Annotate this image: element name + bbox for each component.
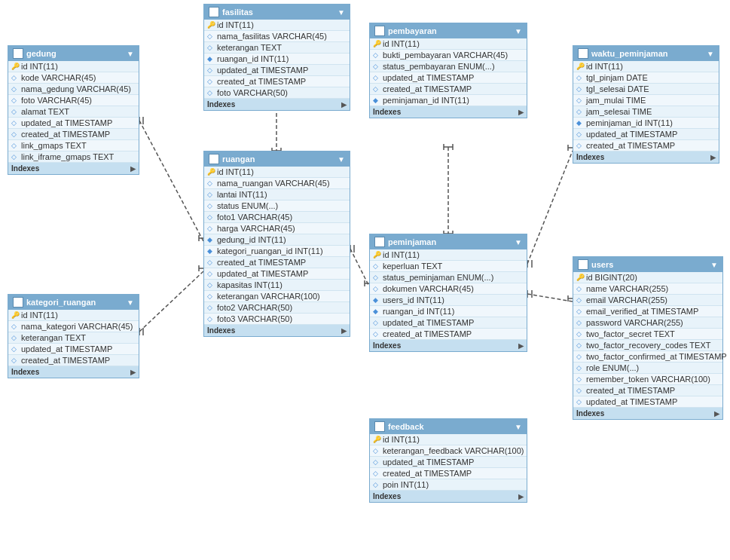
primary-key-icon: 🔑 [373, 251, 380, 259]
table-collapse-kategori_ruangan[interactable]: ▼ [127, 298, 134, 307]
column-text: keterangan_feedback VARCHAR(100) [383, 446, 524, 455]
regular-key-icon: ◇ [207, 32, 215, 40]
indexes-arrow: ▶ [518, 109, 524, 116]
table-ruangan: ruangan ▼ 🔑id INT(11)◇nama_ruangan VARCH… [203, 151, 350, 337]
table-row-kategori_ruangan-2: ◇keterangan TEXT [8, 332, 139, 344]
column-text: updated_at TIMESTAMP [383, 457, 474, 467]
table-row-users-11: ◇updated_at TIMESTAMP [573, 396, 722, 408]
table-row-gedung-7: ◇link_gmaps TEXT [8, 140, 139, 151]
table-icon-waktu_peminjaman [578, 48, 588, 59]
regular-key-icon: ◇ [576, 375, 584, 383]
column-text: id INT(11) [586, 62, 623, 71]
regular-key-icon: ◇ [11, 96, 19, 104]
table-header-peminjaman: peminjaman ▼ [370, 234, 527, 249]
regular-key-icon: ◇ [576, 330, 584, 338]
column-text: status ENUM(...) [217, 201, 278, 210]
table-footer-pembayaran[interactable]: Indexes ▶ [370, 106, 527, 118]
table-collapse-waktu_peminjaman[interactable]: ▼ [707, 50, 714, 58]
table-row-fasilitas-0: 🔑id INT(11) [204, 20, 350, 31]
table-row-users-4: ◇password VARCHAR(255) [573, 317, 722, 329]
column-text: dokumen VARCHAR(45) [383, 284, 474, 293]
indexes-label: Indexes [11, 164, 39, 173]
column-text: name VARCHAR(255) [586, 284, 668, 293]
table-collapse-pembayaran[interactable]: ▼ [515, 27, 522, 35]
regular-key-icon: ◇ [576, 398, 584, 405]
indexes-label: Indexes [207, 100, 235, 109]
table-title-kategori_ruangan: kategori_ruangan [26, 298, 96, 307]
table-row-feedback-3: ◇created_at TIMESTAMP [370, 468, 527, 479]
table-title-users: users [591, 260, 613, 269]
regular-key-icon: ◇ [373, 74, 380, 81]
regular-key-icon: ◇ [373, 470, 380, 477]
table-row-pembayaran-5: ◆peminjaman_id INT(11) [370, 95, 527, 106]
table-footer-kategori_ruangan[interactable]: Indexes ▶ [8, 366, 139, 378]
table-row-feedback-0: 🔑id INT(11) [370, 434, 527, 445]
table-collapse-fasilitas[interactable]: ▼ [338, 8, 345, 17]
column-text: bukti_pembayaran VARCHAR(45) [383, 50, 508, 60]
column-text: kategori_ruangan_id INT(11) [217, 246, 323, 256]
regular-key-icon: ◇ [576, 341, 584, 349]
table-row-pembayaran-3: ◇updated_at TIMESTAMP [370, 72, 527, 84]
column-text: updated_at TIMESTAMP [383, 318, 474, 327]
table-footer-ruangan[interactable]: Indexes ▶ [204, 325, 350, 336]
table-title-ruangan: ruangan [222, 155, 255, 164]
table-footer-gedung[interactable]: Indexes ▶ [8, 163, 139, 174]
regular-key-icon: ◇ [207, 66, 215, 74]
table-icon-fasilitas [209, 7, 219, 17]
table-footer-waktu_peminjaman[interactable]: Indexes ▶ [573, 151, 719, 163]
column-text: id INT(11) [21, 62, 58, 71]
table-row-fasilitas-2: ◇keterangan TEXT [204, 42, 350, 54]
table-row-users-5: ◇two_factor_secret TEXT [573, 329, 722, 340]
table-collapse-users[interactable]: ▼ [710, 261, 718, 269]
table-row-ruangan-12: ◇foto2 VARCHAR(50) [204, 302, 350, 314]
table-row-pembayaran-4: ◇created_at TIMESTAMP [370, 84, 527, 95]
table-footer-peminjaman[interactable]: Indexes ▶ [370, 340, 527, 351]
regular-key-icon: ◇ [207, 225, 215, 232]
primary-key-icon: 🔑 [207, 21, 215, 29]
table-row-peminjaman-7: ◇created_at TIMESTAMP [370, 329, 527, 340]
column-text: keterangan TEXT [21, 333, 86, 342]
table-row-pembayaran-2: ◇status_pembayaran ENUM(...) [370, 61, 527, 72]
table-row-gedung-8: ◇link_iframe_gmaps TEXT [8, 151, 139, 163]
regular-key-icon: ◇ [207, 304, 215, 311]
svg-line-29 [527, 151, 573, 264]
table-row-gedung-0: 🔑id INT(11) [8, 61, 139, 72]
regular-key-icon: ◇ [373, 85, 380, 93]
column-text: two_factor_confirmed_at TIMESTAMP [586, 352, 727, 361]
regular-key-icon: ◇ [11, 74, 19, 81]
regular-key-icon: ◇ [576, 308, 584, 315]
table-collapse-gedung[interactable]: ▼ [127, 50, 134, 58]
foreign-key-icon: ◆ [373, 296, 380, 304]
indexes-label: Indexes [373, 108, 401, 116]
table-row-ruangan-1: ◇nama_ruangan VARCHAR(45) [204, 178, 350, 189]
table-footer-fasilitas[interactable]: Indexes ▶ [204, 99, 350, 110]
regular-key-icon: ◇ [11, 334, 19, 341]
table-row-users-6: ◇two_factor_recovery_codes TEXT [573, 340, 722, 351]
primary-key-icon: 🔑 [373, 436, 380, 443]
table-row-gedung-2: ◇nama_gedung VARCHAR(45) [8, 84, 139, 95]
table-title-gedung: gedung [26, 49, 57, 58]
table-row-waktu_peminjaman-7: ◇created_at TIMESTAMP [573, 140, 719, 151]
table-collapse-feedback[interactable]: ▼ [515, 423, 522, 431]
column-text: created_at TIMESTAMP [383, 329, 472, 338]
regular-key-icon: ◇ [11, 323, 19, 330]
table-footer-users[interactable]: Indexes ▶ [573, 408, 722, 419]
table-title-peminjaman: peminjaman [388, 237, 436, 246]
table-collapse-ruangan[interactable]: ▼ [338, 155, 345, 164]
column-text: link_iframe_gmaps TEXT [21, 152, 114, 161]
indexes-arrow: ▶ [341, 327, 347, 335]
table-row-peminjaman-1: ◇keperluan TEXT [370, 261, 527, 272]
column-text: foto1 VARCHAR(45) [217, 213, 292, 222]
table-row-gedung-3: ◇foto VARCHAR(45) [8, 95, 139, 106]
regular-key-icon: ◇ [207, 259, 215, 266]
primary-key-icon: 🔑 [11, 63, 19, 70]
table-collapse-peminjaman[interactable]: ▼ [515, 238, 522, 246]
table-row-ruangan-11: ◇keterangan VARCHAR(100) [204, 291, 350, 302]
regular-key-icon: ◇ [373, 51, 380, 59]
table-footer-feedback[interactable]: Indexes ▶ [370, 491, 527, 502]
table-row-peminjaman-2: ◇status_peminjaman ENUM(...) [370, 272, 527, 283]
table-row-peminjaman-6: ◇updated_at TIMESTAMP [370, 317, 527, 329]
table-icon-feedback [374, 421, 385, 432]
regular-key-icon: ◇ [576, 108, 584, 115]
regular-key-icon: ◇ [207, 213, 215, 221]
